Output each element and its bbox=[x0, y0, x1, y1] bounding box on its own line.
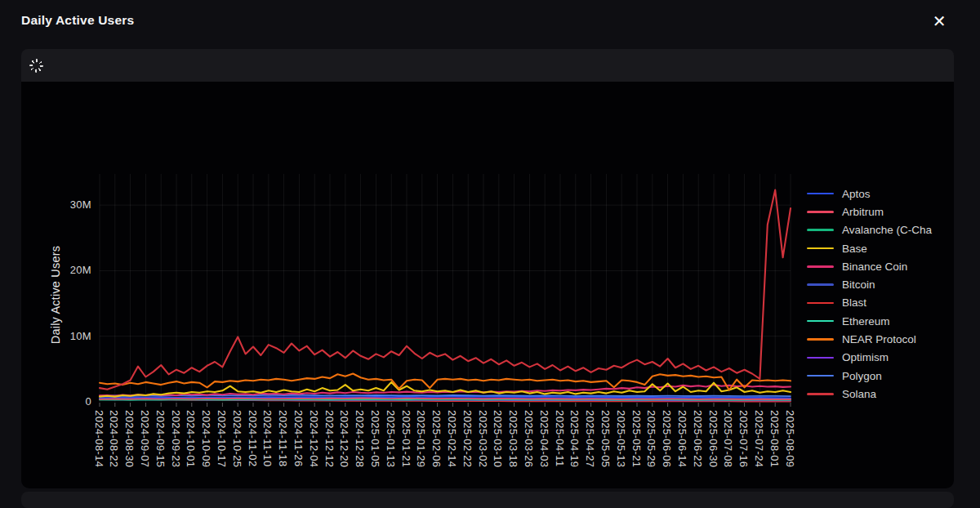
legend-item-binance-coin[interactable]: Binance Coin bbox=[807, 257, 951, 275]
legend-swatch bbox=[807, 375, 834, 377]
legend-label: Base bbox=[842, 243, 867, 255]
legend-label: Solana bbox=[842, 388, 876, 400]
x-tick-label: 2024-09-15 bbox=[154, 410, 167, 468]
chart-toolbar bbox=[21, 49, 954, 82]
legend-label: Optimism bbox=[842, 351, 889, 363]
legend-item-solana[interactable]: Solana bbox=[807, 385, 951, 403]
x-tick-label: 2025-05-29 bbox=[645, 410, 657, 468]
legend-item-base[interactable]: Base bbox=[807, 239, 951, 257]
x-tick-label: 2025-02-06 bbox=[430, 410, 443, 468]
x-tick-label: 2025-06-14 bbox=[676, 410, 688, 468]
x-tick-label: 2024-09-07 bbox=[139, 410, 151, 468]
legend-swatch bbox=[807, 265, 834, 268]
legend-label: Aptos bbox=[842, 188, 871, 200]
x-tick-label: 2024-10-25 bbox=[231, 410, 243, 468]
legend-label: Binance Coin bbox=[842, 261, 907, 273]
x-tick-label: 2025-02-14 bbox=[446, 410, 458, 468]
legend-item-avalanche[interactable]: Avalanche (C-Cha bbox=[807, 221, 951, 239]
x-tick-label: 2025-02-22 bbox=[461, 410, 474, 468]
x-tick-label: 2025-04-19 bbox=[568, 410, 581, 468]
x-tick-label: 2025-03-02 bbox=[477, 410, 489, 468]
y-tick-label: 30M bbox=[42, 198, 91, 211]
x-tick-label: 2025-04-03 bbox=[538, 410, 550, 468]
x-tick-label: 2025-05-21 bbox=[630, 410, 643, 468]
x-tick-label: 2024-11-02 bbox=[247, 410, 259, 467]
legend-swatch bbox=[807, 283, 834, 286]
x-tick-label: 2024-08-22 bbox=[108, 410, 120, 468]
x-tick-label: 2024-10-01 bbox=[185, 410, 197, 468]
legend-item-blast[interactable]: Blast bbox=[807, 294, 951, 312]
legend-swatch bbox=[807, 193, 834, 195]
legend-item-near-protocol[interactable]: NEAR Protocol bbox=[807, 330, 951, 348]
page-title: Daily Active Users bbox=[21, 13, 134, 28]
legend-swatch bbox=[807, 229, 834, 231]
x-tick-label: 2025-06-30 bbox=[707, 410, 719, 468]
x-tick-label: 2024-11-18 bbox=[277, 410, 289, 467]
daily-active-users-modal: Daily Active Users ✕ 2024-08-142024-08-2… bbox=[0, 0, 980, 508]
legend-label: Bitcoin bbox=[842, 279, 875, 291]
legend-item-ethereum[interactable]: Ethereum bbox=[807, 312, 951, 330]
legend-swatch bbox=[807, 247, 834, 250]
x-tick-label: 2024-08-14 bbox=[93, 410, 105, 468]
x-tick-label: 2025-05-05 bbox=[599, 410, 612, 468]
y-axis-title: Daily Active Users bbox=[49, 238, 62, 352]
x-tick-label: 2025-01-13 bbox=[385, 410, 397, 468]
x-tick-label: 2025-06-06 bbox=[661, 410, 673, 468]
close-button[interactable]: ✕ bbox=[928, 10, 951, 33]
chart-legend: AptosArbitrumAvalanche (C-ChaBaseBinance… bbox=[807, 185, 951, 403]
x-tick-label: 2025-01-21 bbox=[400, 410, 412, 468]
legend-swatch bbox=[807, 320, 834, 323]
x-tick-label: 2025-01-29 bbox=[415, 410, 427, 468]
x-tick-label: 2024-12-28 bbox=[354, 410, 366, 468]
legend-swatch bbox=[807, 211, 834, 213]
legend-label: Arbitrum bbox=[842, 206, 884, 218]
y-tick-label: 0 bbox=[42, 395, 91, 408]
x-tick-label: 2024-11-10 bbox=[261, 410, 274, 467]
x-tick-label: 2024-12-12 bbox=[323, 410, 336, 468]
x-tick-label: 2025-05-13 bbox=[615, 410, 627, 468]
x-tick-label: 2025-04-27 bbox=[584, 410, 596, 468]
x-tick-label: 2025-07-24 bbox=[753, 410, 765, 468]
legend-swatch bbox=[807, 393, 834, 395]
legend-item-polygon[interactable]: Polygon bbox=[807, 367, 951, 385]
x-tick-label: 2024-10-17 bbox=[216, 410, 228, 468]
loading-spinner-icon bbox=[29, 59, 43, 73]
legend-item-optimism[interactable]: Optimism bbox=[807, 349, 951, 367]
legend-swatch bbox=[807, 338, 834, 341]
modal-footer bbox=[21, 492, 954, 508]
legend-swatch bbox=[807, 302, 834, 305]
x-tick-label: 2025-03-18 bbox=[507, 410, 519, 468]
close-icon: ✕ bbox=[933, 13, 947, 29]
x-tick-label: 2024-12-04 bbox=[308, 410, 320, 468]
x-tick-label: 2024-12-20 bbox=[338, 410, 350, 468]
x-tick-label: 2025-04-11 bbox=[554, 410, 566, 467]
x-tick-label: 2024-08-30 bbox=[123, 410, 136, 468]
legend-swatch bbox=[807, 357, 834, 359]
modal-header: Daily Active Users ✕ bbox=[0, 0, 980, 46]
legend-item-aptos[interactable]: Aptos bbox=[807, 185, 951, 203]
x-tick-label: 2025-08-01 bbox=[768, 410, 781, 468]
legend-item-bitcoin[interactable]: Bitcoin bbox=[807, 275, 951, 293]
legend-label: Avalanche (C-Cha bbox=[842, 224, 932, 236]
legend-label: Blast bbox=[842, 296, 866, 309]
legend-label: Ethereum bbox=[842, 315, 890, 328]
legend-item-arbitrum[interactable]: Arbitrum bbox=[807, 203, 951, 221]
legend-label: NEAR Protocol bbox=[842, 333, 916, 345]
x-tick-label: 2025-07-08 bbox=[722, 410, 734, 468]
x-tick-label: 2025-03-26 bbox=[523, 410, 535, 468]
x-tick-label: 2025-07-16 bbox=[737, 410, 750, 468]
x-tick-label: 2025-01-05 bbox=[369, 410, 381, 468]
x-tick-label: 2024-09-23 bbox=[170, 410, 182, 468]
legend-label: Polygon bbox=[842, 370, 882, 382]
x-tick-label: 2025-08-09 bbox=[784, 410, 796, 468]
x-tick-label: 2025-06-22 bbox=[692, 410, 704, 468]
x-tick-label: 2025-03-10 bbox=[492, 410, 504, 468]
x-tick-label: 2024-11-26 bbox=[292, 410, 305, 467]
x-tick-label: 2024-10-09 bbox=[200, 410, 212, 468]
